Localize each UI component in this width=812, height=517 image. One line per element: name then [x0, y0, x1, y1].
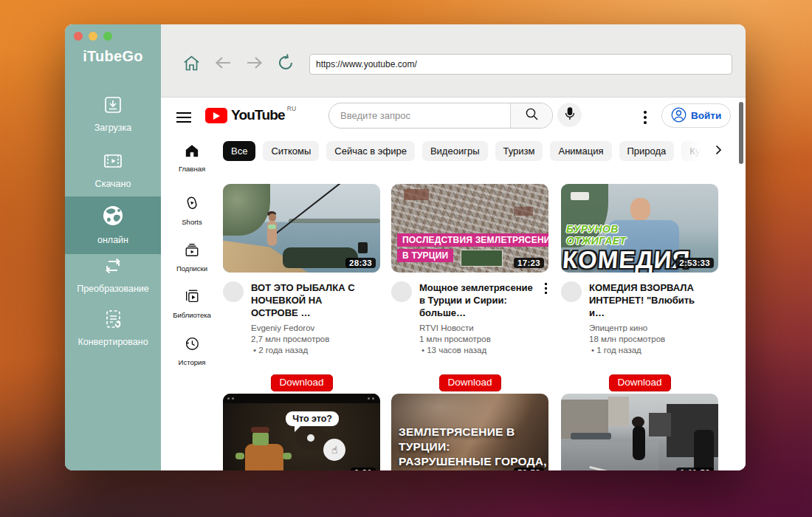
channel-avatar[interactable]	[223, 281, 244, 302]
chip-sitcoms[interactable]: Ситкомы	[263, 141, 319, 161]
sidebar-item-converted[interactable]: Конвертировано	[65, 308, 161, 347]
channel-name[interactable]: Эпицентр кино	[589, 323, 707, 332]
channel-avatar[interactable]	[561, 281, 582, 302]
video-card: Download ЗЕМЛЕТРЯСЕНИЕ В ТУРЦИИ: РАЗРУШЕ…	[391, 374, 548, 470]
duration-badge: 28:33	[345, 258, 376, 268]
back-icon[interactable]	[213, 54, 233, 75]
youtube-logo[interactable]: YouTube RU	[205, 106, 296, 123]
chip-live[interactable]: Сейчас в эфире	[326, 141, 415, 161]
shorts-icon	[184, 201, 200, 213]
sidebar-item-label: онлайн	[65, 235, 161, 245]
url-input[interactable]	[309, 54, 732, 75]
page-scrollbar[interactable]	[739, 102, 743, 164]
duration-badge: 17:23	[514, 258, 544, 268]
video-age: • 13 часов назад	[419, 346, 537, 355]
zoom-window-button[interactable]	[103, 32, 112, 41]
minimize-window-button[interactable]	[89, 32, 97, 41]
channel-name[interactable]: RTVI Новости	[419, 323, 537, 332]
video-thumbnail[interactable]: БУРУНОВ ОТЖИГАЕТ КОМЕДИЯ 2:53:33	[561, 184, 718, 273]
sidebar-item-label: Загрузка	[65, 123, 161, 133]
sidebar-item-label: Преобразование	[65, 284, 161, 294]
video-meta: ВОТ ЭТО РЫБАЛКА С НОЧЕВКОЙ НА ОСТРОВЕ … …	[223, 281, 380, 355]
video-age: • 2 года назад	[251, 346, 369, 355]
home-icon[interactable]	[182, 53, 202, 76]
nav-history[interactable]: История	[161, 335, 223, 366]
video-title[interactable]: Мощное землетрясение в Турции и Сирии: б…	[419, 281, 537, 319]
video-views: 2,7 млн просмотров	[251, 335, 369, 343]
video-card: 28:33 ВОТ ЭТО РЫБАЛКА С НОЧЕВКОЙ НА ОСТР…	[223, 184, 380, 355]
video-thumbnail[interactable]: Что это? ☝ 6:21	[223, 394, 380, 470]
signin-label: Войти	[691, 110, 721, 121]
chip-videogames[interactable]: Видеоигры	[422, 141, 488, 161]
refresh-icon[interactable]	[276, 53, 295, 75]
video-title[interactable]: ВОТ ЭТО РЫБАЛКА С НОЧЕВКОЙ НА ОСТРОВЕ …	[251, 281, 369, 319]
download-button[interactable]: Download	[608, 374, 670, 391]
forward-icon[interactable]	[244, 54, 265, 75]
search-input[interactable]	[329, 103, 510, 128]
video-card: ПОСЛЕДСТВИЯ ЗЕМЛЕТРЯСЕНИЯ В ТУРЦИИ 17:23…	[391, 184, 548, 355]
chip-all[interactable]: Все	[223, 141, 255, 161]
sidebar-item-label: Скачано	[65, 179, 161, 189]
close-window-button[interactable]	[74, 32, 83, 41]
art-shape	[514, 207, 533, 216]
channel-name[interactable]: Evgeniy Fedorov	[251, 323, 369, 332]
nav-shorts[interactable]: Shorts	[161, 194, 223, 226]
app-window: iTubeGo Загрузка Скачано	[65, 24, 746, 470]
art-shape	[251, 427, 269, 433]
nav-subscriptions[interactable]: Подписки	[161, 242, 223, 273]
duration-badge: 1:11:52	[676, 468, 714, 470]
art-shape	[694, 430, 714, 470]
video-thumbnail[interactable]: 28:33	[223, 184, 380, 273]
signin-button[interactable]: Войти	[661, 103, 731, 128]
voice-search-button[interactable]	[557, 103, 582, 127]
chip-animation[interactable]: Анимация	[550, 141, 611, 161]
menu-icon[interactable]	[176, 109, 191, 126]
subscriptions-icon	[184, 247, 200, 260]
duration-badge: 6:21	[351, 468, 376, 470]
chips-fade	[672, 141, 710, 162]
chips-next-button[interactable]	[709, 142, 728, 161]
art-shape	[404, 189, 429, 199]
microphone-icon	[564, 107, 576, 123]
sidebar-item-downloaded[interactable]: Скачано	[65, 150, 161, 189]
thumbnail-caption: В ТУРЦИИ	[397, 249, 453, 262]
art-shape	[245, 444, 283, 470]
nav-home[interactable]: Главная	[161, 143, 223, 173]
video-card: Download 1:11:52	[561, 374, 718, 470]
sidebar-item-download[interactable]: Загрузка	[65, 94, 161, 133]
search-bar	[328, 103, 553, 129]
video-title[interactable]: КОМЕДИЯ ВЗОРВАЛА ИНТЕРНЕТ! "Влюбить и…	[589, 281, 707, 319]
download-button[interactable]: Download	[438, 374, 500, 391]
nav-library[interactable]: Библиотека	[161, 289, 223, 319]
art-shape	[649, 413, 671, 436]
nav-label: Библиотека	[161, 311, 223, 319]
video-thumbnail[interactable]: 1:11:52	[561, 394, 718, 470]
download-button[interactable]: Download	[270, 374, 332, 391]
chip-tourism[interactable]: Туризм	[495, 141, 543, 161]
youtube-play-icon	[205, 108, 227, 123]
more-options-icon[interactable]	[641, 108, 650, 127]
art-shape	[608, 397, 629, 427]
video-age: • 1 год назад	[589, 346, 707, 355]
art-shape	[358, 242, 368, 253]
person-icon	[671, 107, 687, 125]
sidebar-item-convert[interactable]: Преобразование	[65, 255, 161, 294]
sidebar-item-online[interactable]: онлайн	[65, 196, 161, 254]
library-icon	[184, 294, 200, 307]
video-meta: КОМЕДИЯ ВЗОРВАЛА ИНТЕРНЕТ! "Влюбить и… Э…	[561, 281, 718, 355]
video-thumbnail[interactable]: ЗЕМЛЕТРЯСЕНИЕ В ТУРЦИИ: РАЗРУШЕННЫЕ ГОРО…	[391, 394, 548, 470]
video-thumbnail[interactable]: ПОСЛЕДСТВИЯ ЗЕМЛЕТРЯСЕНИЯ В ТУРЦИИ 17:23	[391, 184, 548, 273]
app-title: iTubeGo	[65, 48, 161, 65]
channel-avatar[interactable]	[391, 281, 412, 302]
nav-label: Shorts	[161, 218, 223, 226]
film-icon	[102, 162, 124, 174]
search-button[interactable]	[510, 103, 552, 128]
art-shape	[268, 225, 276, 229]
video-options-icon[interactable]	[545, 283, 547, 294]
window-controls	[74, 32, 112, 41]
art-shape	[283, 453, 292, 459]
chip-nature[interactable]: Природа	[619, 141, 675, 161]
history-icon	[184, 341, 200, 354]
app-sidebar: iTubeGo Загрузка Скачано	[65, 24, 161, 470]
search-icon	[525, 107, 539, 124]
